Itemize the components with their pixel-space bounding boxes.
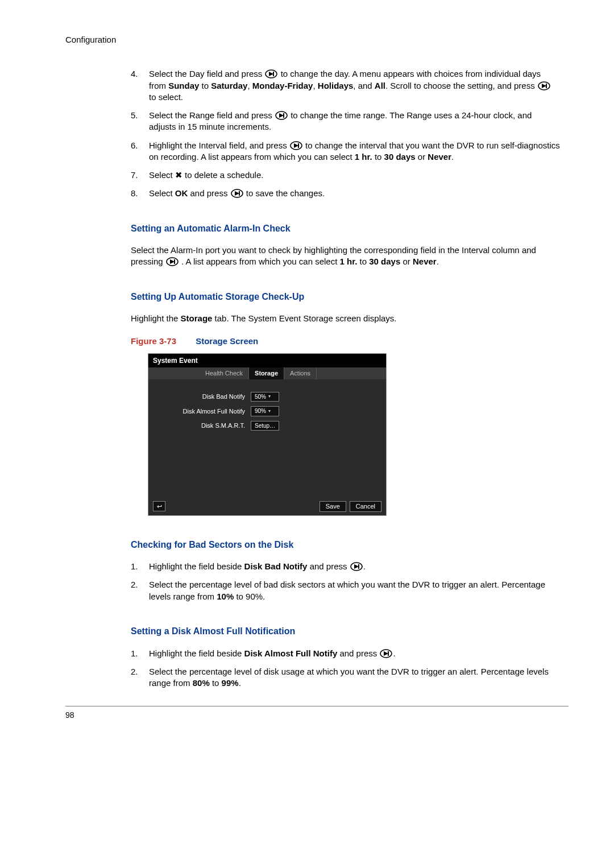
heading-bad-sectors: Checking for Bad Sectors on the Disk <box>131 539 560 551</box>
save-button[interactable]: Save <box>320 501 346 512</box>
bold: Sunday <box>168 81 199 90</box>
bold: OK <box>175 188 188 198</box>
text: to select. <box>149 92 183 102</box>
text: to <box>357 257 369 266</box>
text: Select the Day field and press <box>149 69 264 78</box>
text: . <box>451 152 454 162</box>
figure-caption: Figure 3-73 Storage Screen <box>131 336 560 347</box>
text: , <box>247 81 252 90</box>
main-content: 4. Select the Day field and press to cha… <box>131 68 560 689</box>
tab-row: Health Check Storage Actions <box>148 367 386 379</box>
label: Disk Almost Full Notify <box>154 407 251 416</box>
bold: All <box>375 81 385 90</box>
chevron-down-icon: ▾ <box>268 408 271 415</box>
heading-alarm-in: Setting an Automatic Alarm-In Check <box>131 222 560 235</box>
play-pause-icon <box>538 81 550 90</box>
text: and press <box>307 561 349 571</box>
cancel-button[interactable]: Cancel <box>350 501 381 512</box>
text: . <box>239 678 241 688</box>
step-number: 2. <box>131 579 149 602</box>
text: . A list appears from which you can sele… <box>181 257 339 266</box>
row-disk-smart: Disk S.M.A.R.T. Setup… <box>154 421 380 431</box>
bold: Saturday <box>211 81 247 90</box>
text: tab. The System Event Storage screen dis… <box>212 313 396 323</box>
text: Select the percentage level of bad disk … <box>149 580 545 601</box>
step-8: 8. Select OK and press to save the chang… <box>131 188 560 199</box>
text: and press <box>188 188 230 198</box>
list-item: 1. Highlight the field beside Disk Bad N… <box>131 561 560 572</box>
text: to <box>210 678 222 688</box>
play-pause-icon <box>275 111 288 120</box>
play-pause-icon <box>265 69 277 78</box>
text: Highlight the <box>131 313 181 323</box>
row-disk-almost-full: Disk Almost Full Notify 90%▾ <box>154 406 380 416</box>
storage-screen: System Event Health Check Storage Action… <box>148 353 387 516</box>
paragraph: Select the Alarm-In port you want to che… <box>131 245 560 268</box>
text: or <box>416 152 428 162</box>
text: Select <box>149 188 175 198</box>
step-number: 4. <box>131 68 149 103</box>
bold: Disk Almost Full Notify <box>244 648 338 658</box>
text: . Scroll to choose the setting, and pres… <box>385 81 537 90</box>
chevron-down-icon: ▾ <box>268 394 271 400</box>
text: , and <box>353 81 375 90</box>
bold: Disk Bad Notify <box>244 561 308 571</box>
value: 90% <box>255 407 266 415</box>
dialog-footer: ↩ Save Cancel <box>148 501 386 515</box>
bold: Never <box>428 152 451 162</box>
step-number: 1. <box>131 561 149 572</box>
tab-storage[interactable]: Storage <box>249 367 284 379</box>
play-pause-icon <box>350 562 363 571</box>
text: and press <box>337 648 379 658</box>
tab-health-check[interactable]: Health Check <box>200 367 249 379</box>
bold: 30 days <box>369 257 400 266</box>
step-6: 6. Highlight the Interval field, and pre… <box>131 140 560 163</box>
steps-list-almost-full: 1. Highlight the field beside Disk Almos… <box>131 648 560 689</box>
page-header: Configuration <box>65 34 569 46</box>
bold: Never <box>413 257 437 266</box>
step-number: 7. <box>131 170 149 181</box>
text: . <box>437 257 439 266</box>
text: . <box>393 648 395 658</box>
value: 50% <box>255 393 266 401</box>
play-pause-icon <box>231 189 243 198</box>
bold: Holidays <box>318 81 354 90</box>
step-number: 6. <box>131 140 149 163</box>
bold: Storage <box>181 313 213 323</box>
list-item: 1. Highlight the field beside Disk Almos… <box>131 648 560 659</box>
list-item: 2. Select the percentage level of bad di… <box>131 579 560 602</box>
step-5: 5. Select the Range field and press to c… <box>131 110 560 133</box>
text: to 90%. <box>234 592 265 601</box>
bold: 1 hr. <box>355 152 372 162</box>
page-number: 98 <box>65 706 569 721</box>
text: . <box>363 561 366 571</box>
text: Highlight the field beside <box>149 648 244 658</box>
paragraph: Highlight the Storage tab. The System Ev… <box>131 313 560 324</box>
heading-almost-full: Setting a Disk Almost Full Notification <box>131 625 560 638</box>
text: Highlight the Interval field, and press <box>149 140 289 150</box>
bold: 1 hr. <box>340 257 358 266</box>
figure-number: Figure 3-73 <box>131 336 176 346</box>
figure-title: Storage Screen <box>196 336 258 346</box>
back-arrow-icon: ↩ <box>157 502 162 511</box>
back-button[interactable]: ↩ <box>153 501 165 511</box>
bold: 10% <box>217 592 234 601</box>
heading-storage-checkup: Setting Up Automatic Storage Check-Up <box>131 291 560 303</box>
bold: 30 days <box>384 152 416 162</box>
disk-bad-notify-select[interactable]: 50%▾ <box>251 392 279 402</box>
play-pause-icon <box>380 649 392 658</box>
step-number: 8. <box>131 188 149 199</box>
step-7: 7. Select ✖ to delete a schedule. <box>131 170 560 181</box>
text: to <box>372 152 384 162</box>
bold: 80% <box>193 678 210 688</box>
label: Disk Bad Notify <box>154 392 251 401</box>
tab-actions[interactable]: Actions <box>284 367 317 379</box>
play-pause-icon <box>166 257 179 266</box>
disk-almost-full-select[interactable]: 90%▾ <box>251 406 279 416</box>
text: or <box>400 257 413 266</box>
window-title: System Event <box>148 354 386 367</box>
row-disk-bad-notify: Disk Bad Notify 50%▾ <box>154 392 380 402</box>
text: , <box>313 81 317 90</box>
text: to save the changes. <box>246 188 325 198</box>
disk-smart-setup-button[interactable]: Setup… <box>251 421 279 431</box>
